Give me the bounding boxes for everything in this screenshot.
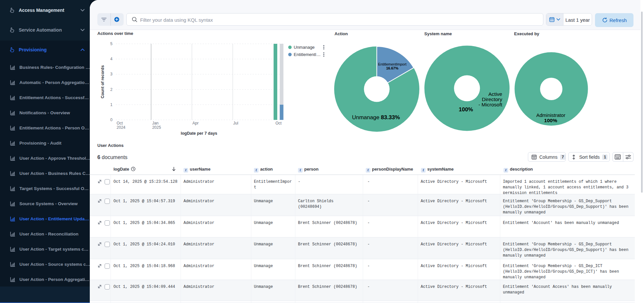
svg-text:Oct: Oct <box>117 121 123 125</box>
svg-text:Active: Active <box>488 91 502 97</box>
svg-text:100%: 100% <box>544 118 557 123</box>
svg-text:1: 1 <box>110 102 112 107</box>
svg-text:Actions over time: Actions over time <box>97 31 133 36</box>
svg-text:Unmanage: Unmanage <box>294 45 315 50</box>
svg-text:Jan: Jan <box>152 121 159 125</box>
svg-text:4: 4 <box>110 57 112 61</box>
svg-text:2024: 2024 <box>117 125 126 130</box>
svg-text:Oct: Oct <box>276 121 282 125</box>
svg-text:Directory: Directory <box>482 96 502 102</box>
svg-text:EntitlementImport: EntitlementImport <box>378 62 406 66</box>
svg-text:- Microsoft: - Microsoft <box>479 102 503 107</box>
svg-text:16.67%: 16.67% <box>386 66 399 70</box>
svg-text:Jul: Jul <box>233 121 238 125</box>
svg-text:Unmanage 83.33%: Unmanage 83.33% <box>352 114 400 121</box>
svg-text:0: 0 <box>110 118 112 122</box>
svg-text:Count of records: Count of records <box>100 65 105 98</box>
svg-text:logDate per 7 days: logDate per 7 days <box>181 131 217 136</box>
svg-text:EntitlementI…: EntitlementI… <box>294 52 321 57</box>
svg-text:5: 5 <box>110 41 112 46</box>
svg-text:2025: 2025 <box>152 125 161 130</box>
svg-text:2: 2 <box>110 87 112 92</box>
svg-text:100%: 100% <box>459 106 473 113</box>
svg-text:3: 3 <box>110 72 112 76</box>
svg-text:Administrator: Administrator <box>536 112 565 118</box>
svg-text:Apr: Apr <box>192 121 199 125</box>
